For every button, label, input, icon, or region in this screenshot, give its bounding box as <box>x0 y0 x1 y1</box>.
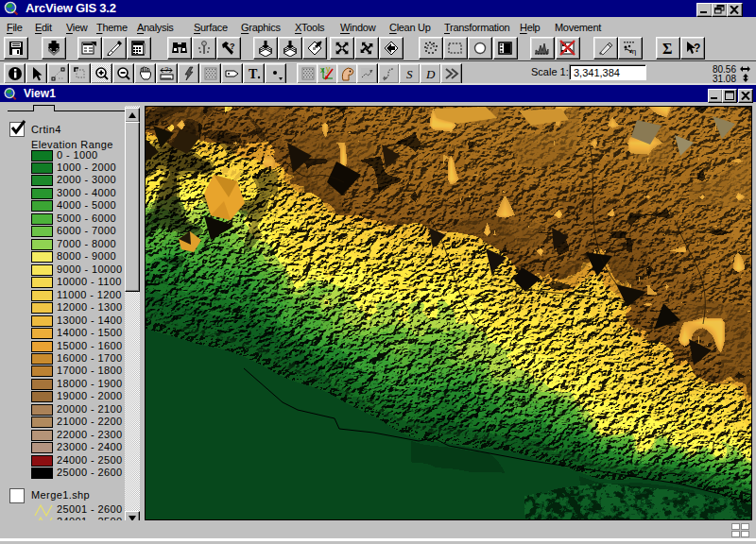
svg-text:S: S <box>406 67 413 81</box>
svg-text:?: ? <box>694 42 700 55</box>
svg-text:?: ? <box>230 42 235 51</box>
svg-text:D: D <box>425 67 436 81</box>
svg-text:?: ? <box>164 66 169 74</box>
svg-text:Σ: Σ <box>662 41 672 56</box>
svg-text:T: T <box>249 67 258 81</box>
svg-text:•ƞ: •ƞ <box>629 47 636 56</box>
